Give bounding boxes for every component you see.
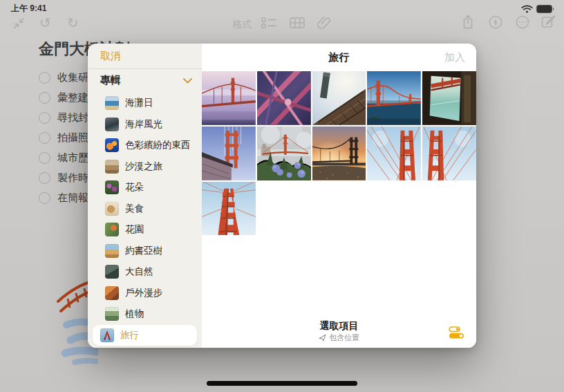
format-button[interactable]: 格式 [232,19,252,31]
album-name-label: 沙漠之旅 [125,160,162,173]
album-thumbnail [105,118,119,131]
photo-tower-over-wall[interactable] [202,127,256,180]
undo-icon[interactable]: ↺ [39,15,51,31]
more-ellipsis-icon[interactable] [516,15,529,32]
album-list-item-coast[interactable]: 海岸風光 [93,114,197,136]
clock: 上午 9:41 [11,3,46,15]
table-icon[interactable] [290,17,305,31]
attachment-paperclip-icon[interactable] [317,15,331,32]
location-arrow-icon [319,332,326,344]
include-location-label: 包含位置 [329,333,359,343]
photo-bridge-truss-closeup[interactable] [257,71,311,125]
album-thumbnail [105,96,119,110]
album-thumbnail [105,202,119,216]
compose-icon[interactable] [541,15,556,32]
photo-bridge-in-fog[interactable] [202,71,256,125]
wifi-icon [521,3,533,16]
photo-tower-from-below[interactable] [202,182,256,236]
checkbox-circle-icon[interactable] [39,152,50,164]
photo-tower-cables-lookup-2[interactable] [422,127,476,180]
album-thumbnail [105,265,119,279]
album-list-item-nature[interactable]: 大自然 [93,261,197,283]
album-thumbnail [105,180,119,194]
checkbox-circle-icon[interactable] [39,112,50,124]
photo-bridge-through-window[interactable] [422,71,476,125]
photo-sunset-silhouette[interactable] [312,127,366,180]
add-button[interactable]: 加入 [444,51,465,64]
album-name-label: 旅行 [120,329,139,342]
album-name-label: 色彩繽紛的東西 [125,139,191,151]
status-bar: 上午 9:41 [0,0,564,14]
album-list-item-plants[interactable]: 植物 [93,304,197,325]
album-list-item-desert[interactable]: 沙漠之旅 [93,156,197,178]
album-list-item-beach[interactable]: 海灘日 [93,93,197,114]
picker-sidebar: 取消 專輯 海灘日 海岸風光 色彩繽紛的東西 沙漠之旅 花朵 美食 花園 約書亞… [88,44,202,348]
photo-tower-cables-lookup[interactable] [367,127,421,180]
checklist-icon[interactable] [261,17,276,31]
album-list-item-garden[interactable]: 花園 [93,219,197,241]
cancel-button[interactable]: 取消 [100,50,121,63]
chevron-down-icon[interactable] [183,74,192,86]
album-name-label: 海灘日 [125,97,153,109]
album-name-label: 植物 [125,308,144,320]
album-title: 旅行 [329,51,350,64]
album-list-item-outdoor[interactable]: 戶外漫步 [93,283,197,304]
album-thumbnail [105,307,119,321]
album-thumbnail [105,286,119,300]
album-name-label: 美食 [125,203,144,215]
share-icon[interactable] [462,15,474,32]
options-toggles-icon[interactable] [449,326,465,339]
markup-pen-icon[interactable] [489,15,502,32]
album-name-label: 戶外漫步 [125,287,162,299]
photo-classic-bridge-view[interactable] [367,71,421,125]
album-name-label: 海岸風光 [125,118,162,131]
checkbox-circle-icon[interactable] [39,192,50,204]
album-name-label: 大自然 [125,265,153,278]
album-list-item-colorful[interactable]: 色彩繽紛的東西 [93,135,197,156]
screen: 上午 9:41 ↺ ↻ 格式 金門大橋計劃 收集研究 [0,0,564,392]
select-items-label: 選取項目 [319,320,359,331]
album-list-item-flowers[interactable]: 花朵 [93,177,197,198]
checkbox-circle-icon[interactable] [39,132,50,144]
album-name-label: 約書亞樹 [125,245,162,257]
photo-bridge-underside-sky[interactable] [312,71,366,125]
redo-icon[interactable]: ↻ [67,15,79,31]
album-thumbnail [105,160,119,174]
collapse-note-icon[interactable] [12,17,26,32]
album-list-item-travel[interactable]: 旅行 [93,325,197,346]
album-list-item-food[interactable]: 美食 [93,198,197,220]
photo-picker-modal: 取消 專輯 海灘日 海岸風光 色彩繽紛的東西 沙漠之旅 花朵 美食 花園 約書亞… [88,44,476,348]
album-thumbnail [100,328,114,342]
album-name-label: 花朵 [125,181,144,194]
albums-section-title: 專輯 [100,74,183,87]
photo-grid [202,71,476,235]
album-thumbnail [105,244,119,258]
checkbox-circle-icon[interactable] [39,72,50,84]
album-thumbnail [105,223,119,236]
checkbox-circle-icon[interactable] [39,92,50,104]
album-name-label: 花園 [125,223,144,236]
home-indicator[interactable] [207,381,357,386]
photo-bridge-with-flowers[interactable] [257,127,311,180]
album-list: 海灘日 海岸風光 色彩繽紛的東西 沙漠之旅 花朵 美食 花園 約書亞樹 大自然 … [88,91,202,348]
picker-main-pane: 旅行 加入 選取項目 包含位置 [202,44,476,348]
checkbox-circle-icon[interactable] [39,172,50,184]
album-thumbnail [105,138,119,152]
album-list-item-joshua[interactable]: 約書亞樹 [93,241,197,262]
